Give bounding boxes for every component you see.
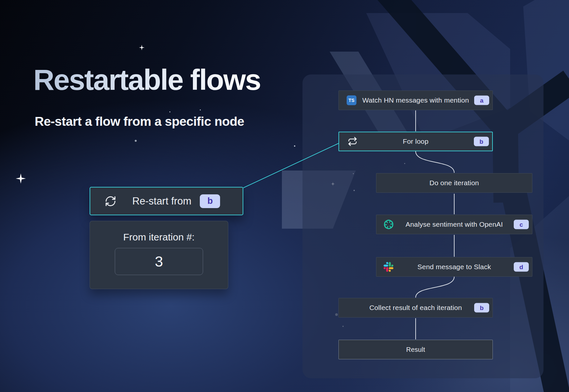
node-badge: b xyxy=(474,137,489,146)
typescript-icon: TS xyxy=(347,95,356,105)
star-dot xyxy=(169,111,170,112)
page-title: Restartable flows xyxy=(33,64,260,96)
page-background: { "hero": { "title": "Restartable flows"… xyxy=(0,0,569,392)
iteration-input[interactable] xyxy=(115,248,203,275)
refresh-icon xyxy=(105,195,116,207)
node-label: Analyse sentiment with OpenAI xyxy=(405,220,503,228)
repeat-icon xyxy=(348,137,357,146)
node-for-loop[interactable]: For loop b xyxy=(338,132,493,151)
page-subtitle: Re-start a flow from a specific node xyxy=(35,114,244,129)
node-analyse-sentiment-openai[interactable]: Analyse sentiment with OpenAI c xyxy=(376,215,532,234)
openai-icon xyxy=(384,220,394,230)
node-do-one-iteration[interactable]: Do one iteration xyxy=(376,173,532,193)
slack-icon xyxy=(384,262,393,272)
node-result[interactable]: Result xyxy=(338,340,493,359)
node-label: Watch HN messages with mention xyxy=(362,96,469,104)
node-send-message-slack[interactable]: Send message to Slack d xyxy=(376,257,532,277)
restart-card[interactable]: Re-start from b xyxy=(90,187,243,215)
star-dot xyxy=(294,145,295,147)
node-label: Result xyxy=(406,346,425,353)
node-label: For loop xyxy=(403,138,429,145)
node-label: Do one iteration xyxy=(429,179,479,187)
node-collect-result[interactable]: Collect result of each iteration b xyxy=(338,298,493,318)
restart-badge: b xyxy=(200,194,220,208)
node-badge: c xyxy=(514,220,529,229)
node-label: Collect result of each iteration xyxy=(369,304,462,312)
node-badge: d xyxy=(514,262,529,272)
node-badge: a xyxy=(474,96,489,105)
star-dot xyxy=(135,140,137,142)
node-badge: b xyxy=(474,303,489,313)
iteration-label: From iteration #: xyxy=(123,232,195,243)
iteration-card: From iteration #: xyxy=(90,221,228,289)
star-dot xyxy=(200,109,201,110)
node-label: Send message to Slack xyxy=(418,263,491,271)
restart-label: Re-start from xyxy=(132,195,192,207)
node-watch-hn-messages[interactable]: TS Watch HN messages with mention a xyxy=(338,90,493,110)
